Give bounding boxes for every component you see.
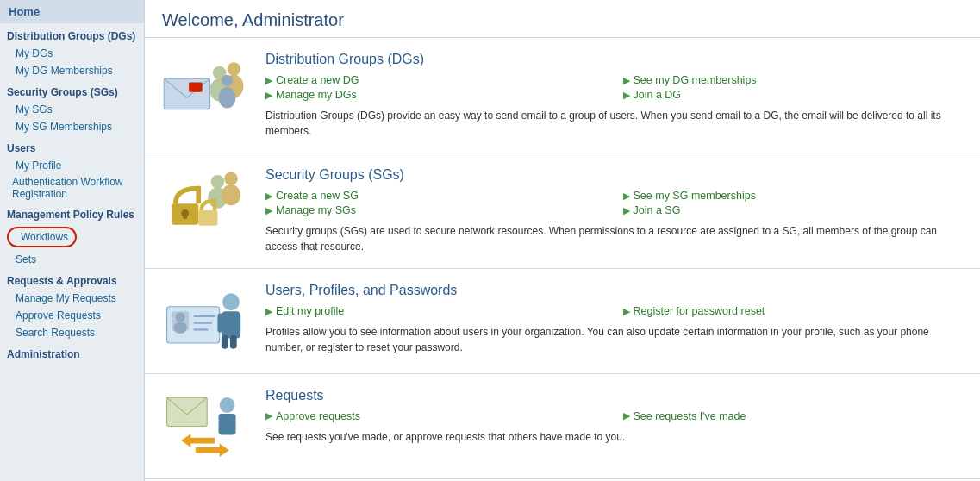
section-body-distribution-groups: Distribution Groups (DGs) ▶Create a new …	[265, 52, 963, 139]
link-see-requests-made[interactable]: ▶See requests I've made	[623, 410, 964, 422]
link-create-new-dg[interactable]: ▶Create a new DG	[265, 74, 606, 86]
sidebar-item-my-dg-memberships[interactable]: My DG Memberships	[0, 62, 144, 79]
icon-security-groups	[162, 167, 248, 244]
svg-rect-28	[230, 335, 237, 349]
sidebar-home[interactable]: Home	[0, 0, 144, 23]
svg-rect-14	[183, 213, 186, 219]
section-title-users-profiles-passwords: Users, Profiles, and Passwords	[265, 283, 963, 298]
svg-point-6	[222, 75, 233, 86]
sidebar-item-my-sg-memberships[interactable]: My SG Memberships	[0, 118, 144, 135]
svg-rect-29	[167, 397, 208, 426]
sidebar-item-my-profile[interactable]: My Profile	[0, 157, 144, 174]
section-title-distribution-groups: Distribution Groups (DGs)	[265, 52, 963, 67]
section-desc-security-groups: Security groups (SGs) are used to secure…	[265, 223, 963, 254]
sidebar-item-manage-my-requests[interactable]: Manage My Requests	[0, 290, 144, 307]
section-links-requests: ▶Approve requests ▶See requests I've mad…	[265, 410, 963, 422]
icon-requests	[162, 388, 248, 465]
sidebar-item-my-dgs[interactable]: My DGs	[0, 45, 144, 62]
sidebar-item-search-requests[interactable]: Search Requests	[0, 324, 144, 341]
sidebar-section-distribution-groups: Distribution Groups (DGs)	[0, 23, 144, 45]
link-manage-my-sgs[interactable]: ▶Manage my SGs	[265, 204, 606, 216]
svg-rect-0	[164, 78, 209, 109]
svg-point-4	[228, 62, 241, 76]
section-body-users-profiles-passwords: Users, Profiles, and Passwords ▶Edit my …	[265, 283, 963, 355]
svg-point-30	[220, 397, 235, 413]
section-links-distribution-groups: ▶Create a new DG ▶See my DG memberships …	[265, 74, 963, 101]
sidebar-item-auth-workflow[interactable]: Authentication WorkflowRegistration	[0, 174, 144, 202]
link-see-dg-memberships[interactable]: ▶See my DG memberships	[623, 74, 964, 86]
link-register-password-reset[interactable]: ▶Register for password reset	[623, 305, 964, 317]
link-manage-my-dgs[interactable]: ▶Manage my DGs	[265, 89, 606, 101]
section-links-users-profiles-passwords: ▶Edit my profile ▶Register for password …	[265, 305, 963, 317]
section-desc-requests: See requests you've made, or approve req…	[265, 429, 963, 445]
page-title: Welcome, Administrator	[162, 10, 963, 30]
link-join-a-sg[interactable]: ▶Join a SG	[623, 204, 964, 216]
section-links-security-groups: ▶Create a new SG ▶See my SG memberships …	[265, 190, 963, 216]
main-content: Welcome, Administrator	[145, 0, 980, 481]
svg-rect-15	[198, 210, 217, 226]
link-edit-my-profile[interactable]: ▶Edit my profile	[265, 305, 606, 317]
link-join-a-dg[interactable]: ▶Join a DG	[623, 89, 964, 101]
icon-distribution-groups	[162, 52, 248, 128]
sidebar: Home Distribution Groups (DGs) My DGs My…	[0, 0, 145, 481]
link-see-sg-memberships[interactable]: ▶See my SG memberships	[623, 190, 964, 202]
sidebar-item-workflows[interactable]: Workflows	[7, 227, 77, 247]
svg-rect-27	[222, 335, 228, 349]
section-distribution-groups: Distribution Groups (DGs) ▶Create a new …	[145, 38, 980, 153]
svg-point-8	[211, 175, 225, 189]
svg-marker-33	[196, 443, 229, 457]
icon-users-profiles-passwords	[162, 283, 248, 359]
svg-rect-31	[219, 414, 236, 434]
section-users-profiles-passwords: Users, Profiles, and Passwords ▶Edit my …	[145, 269, 980, 374]
sidebar-item-approve-requests[interactable]: Approve Requests	[0, 307, 144, 324]
section-desc-users-profiles-passwords: Profiles allow you to see information ab…	[265, 324, 963, 355]
section-requests: Requests ▶Approve requests ▶See requests…	[145, 374, 980, 479]
sidebar-item-sets[interactable]: Sets	[0, 251, 144, 268]
link-create-new-sg[interactable]: ▶Create a new SG	[265, 190, 606, 202]
main-header: Welcome, Administrator	[145, 0, 980, 38]
link-approve-requests[interactable]: ▶Approve requests	[265, 410, 606, 422]
svg-point-22	[173, 322, 187, 334]
section-body-requests: Requests ▶Approve requests ▶See requests…	[265, 388, 963, 445]
svg-rect-25	[217, 314, 225, 333]
svg-rect-26	[233, 314, 240, 333]
sidebar-section-security-groups: Security Groups (SGs)	[0, 79, 144, 101]
svg-point-10	[224, 172, 238, 186]
sidebar-section-management-policy-rules: Management Policy Rules	[0, 202, 144, 223]
sidebar-section-requests-approvals: Requests & Approvals	[0, 268, 144, 290]
svg-point-23	[222, 293, 240, 310]
section-security-groups: Security Groups (SGs) ▶Create a new SG ▶…	[145, 153, 980, 269]
sidebar-section-administration: Administration	[0, 341, 144, 363]
svg-point-21	[176, 312, 185, 322]
sidebar-section-users: Users	[0, 135, 144, 157]
section-desc-distribution-groups: Distribution Groups (DGs) provide an eas…	[265, 108, 963, 139]
section-title-requests: Requests	[265, 388, 963, 403]
section-body-security-groups: Security Groups (SGs) ▶Create a new SG ▶…	[265, 167, 963, 254]
sidebar-item-my-sgs[interactable]: My SGs	[0, 101, 144, 118]
svg-point-7	[219, 87, 236, 108]
svg-marker-32	[181, 434, 215, 447]
svg-point-11	[222, 184, 240, 205]
svg-rect-1	[189, 83, 203, 92]
section-title-security-groups: Security Groups (SGs)	[265, 167, 963, 183]
